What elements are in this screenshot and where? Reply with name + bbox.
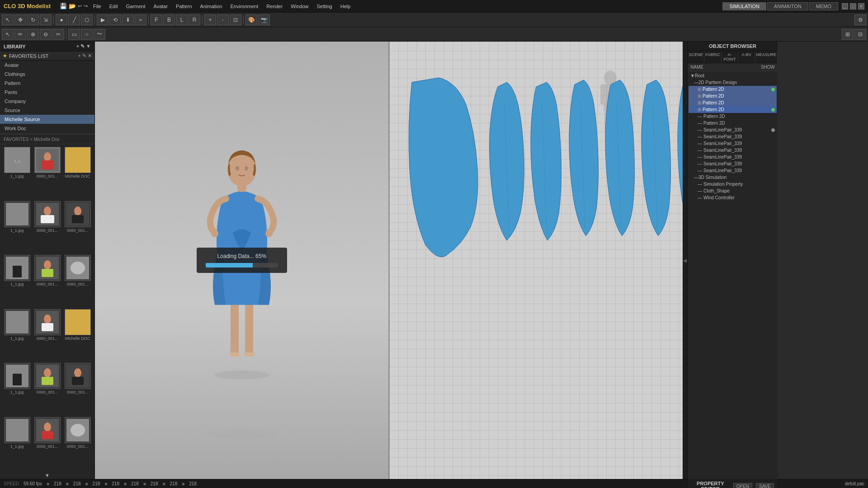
tree-seam-2[interactable]: —SeamLinePair_339	[689, 133, 777, 140]
tab-scene[interactable]: SCENE	[688, 51, 704, 63]
tb2-rect[interactable]: ▭	[68, 29, 80, 40]
list-item[interactable]: 1_1 1_1.jpg	[3, 147, 31, 199]
tb-settings[interactable]: ⚙	[854, 14, 866, 25]
list-item[interactable]: 0060_001...	[63, 255, 92, 307]
menu-pattern[interactable]: Pattern	[172, 3, 195, 10]
tb-fit[interactable]: ⊡	[230, 14, 241, 25]
tree-seam-4[interactable]: —SeamLinePair_339	[689, 147, 777, 154]
list-item[interactable]: 1_1.jpg	[3, 309, 31, 361]
tb-view-right[interactable]: R	[189, 14, 200, 25]
tb-line[interactable]: ╱	[68, 14, 80, 25]
menu-setting[interactable]: Setting	[313, 3, 335, 10]
tree-pattern2d-5[interactable]: —Pattern 2D	[689, 113, 777, 120]
list-item[interactable]: 0060_001...	[33, 147, 61, 199]
nav-pants[interactable]: Pants	[0, 88, 94, 97]
list-item[interactable]: 0060_001...	[63, 417, 92, 469]
lib-edit-icon[interactable]: ✎	[80, 43, 85, 49]
tb-simulate[interactable]: ▶	[97, 14, 108, 25]
menu-help[interactable]: Help	[337, 3, 354, 10]
list-item[interactable]: 0060_001...	[33, 363, 61, 415]
tree-pattern2d-1[interactable]: ⊞Pattern 2D	[689, 86, 777, 93]
fav-add-icon[interactable]: +	[78, 53, 81, 59]
nav-pattern[interactable]: Pattern	[0, 79, 94, 88]
nav-company[interactable]: Company	[0, 97, 94, 106]
nav-michelle-source[interactable]: Michelle Source	[0, 115, 94, 124]
list-item[interactable]: 1_1.jpg	[3, 363, 31, 415]
tb-view-left[interactable]: L	[176, 14, 188, 25]
tb2-bezier[interactable]: 〜	[94, 29, 105, 40]
show-btn[interactable]: SHOW	[761, 65, 775, 70]
tree-seam-1[interactable]: —SeamLinePair_339	[689, 127, 777, 133]
open-icon[interactable]: 📂	[69, 3, 76, 9]
menu-environment[interactable]: Environment	[227, 3, 262, 10]
tb-wind[interactable]: ≈	[135, 14, 146, 25]
menu-window[interactable]: Window	[287, 3, 312, 10]
tree-pattern2d-4[interactable]: ⊞Pattern 2D	[689, 106, 777, 113]
tb2-add-point[interactable]: ⊕	[27, 29, 39, 40]
menu-edit[interactable]: Edit	[106, 3, 122, 10]
list-item[interactable]: 1_1.jpg	[3, 201, 31, 253]
fav-delete-icon[interactable]: ✕	[88, 53, 92, 59]
tb-view-back[interactable]: B	[163, 14, 175, 25]
nav-clothings[interactable]: Clothings	[0, 70, 94, 79]
tree-3d-sim[interactable]: — 3D Simulation	[689, 174, 777, 181]
tb-zoom-out[interactable]: -	[217, 14, 229, 25]
tb2-select[interactable]: ↖	[2, 29, 14, 40]
minimize-button[interactable]: _	[842, 3, 848, 9]
save-icon[interactable]: 💾	[60, 3, 67, 9]
tb2-grid[interactable]: ⊞	[842, 29, 854, 40]
list-item[interactable]: Michelle DOC	[63, 309, 92, 361]
tb2-circle[interactable]: ○	[81, 29, 93, 40]
menu-render[interactable]: Render	[263, 3, 286, 10]
tree-pattern2d-3[interactable]: ⊞Pattern 2D	[689, 99, 777, 106]
tab-a-bv[interactable]: A-BV	[738, 51, 755, 63]
tab-animation[interactable]: ANIMAITON	[767, 2, 808, 10]
redo-icon[interactable]: ↪	[84, 3, 88, 9]
tree-pattern2d-2[interactable]: ⊞Pattern 2D	[689, 93, 777, 99]
viewport-2d[interactable]	[389, 42, 683, 479]
tb-zoom-in[interactable]: +	[204, 14, 216, 25]
tree-root[interactable]: ▼ Root	[689, 72, 777, 79]
list-item[interactable]: 0060_001...	[33, 201, 61, 253]
fav-edit-icon[interactable]: ✎	[82, 53, 86, 59]
tab-fabric[interactable]: FABRIC	[704, 51, 722, 63]
tb2-del-point[interactable]: ⊖	[40, 29, 52, 40]
lib-scroll-down[interactable]: ▼	[0, 472, 94, 479]
menu-file[interactable]: File	[90, 3, 105, 10]
list-item[interactable]: 0060_001...	[33, 309, 61, 361]
list-item[interactable]: 0060_001...	[33, 255, 61, 307]
nav-work-doc[interactable]: Work Doc	[0, 124, 94, 133]
tree-seam-3[interactable]: —SeamLinePair_339	[689, 140, 777, 147]
tb-poly[interactable]: ⬡	[81, 14, 93, 25]
tree-seam-6[interactable]: —SeamLinePair_339	[689, 160, 777, 167]
tb2-snap[interactable]: ⊟	[854, 29, 866, 40]
tree-wind-controller[interactable]: —Wind Controller	[689, 194, 777, 201]
tb-select[interactable]: ↖	[2, 14, 14, 25]
tree-sim-property[interactable]: —Simulation Property	[689, 181, 777, 188]
list-item[interactable]: 0060_001...	[63, 201, 92, 253]
list-item[interactable]: 1_1.jpg	[3, 255, 31, 307]
menu-avatar[interactable]: Avatar	[150, 3, 172, 10]
tab-simulation[interactable]: SIMULATION	[722, 2, 766, 10]
tb-scale[interactable]: ⇲	[40, 14, 52, 25]
tree-seam-7[interactable]: —SeamLinePair_339	[689, 167, 777, 174]
tb2-cut[interactable]: ✂	[52, 29, 64, 40]
list-item[interactable]: Michelle DOC	[63, 147, 92, 199]
tb-snapshot[interactable]: 📷	[258, 14, 270, 25]
tb-view-front[interactable]: F	[151, 14, 162, 25]
menu-animation[interactable]: Animation	[197, 3, 226, 10]
tree-pattern2d-6[interactable]: —Pattern 2D	[689, 120, 777, 127]
tree-2d-design[interactable]: — 2D Parttern Design	[689, 79, 777, 86]
tb-move[interactable]: ✥	[14, 14, 26, 25]
save-button[interactable]: SAVE	[756, 483, 774, 488]
lib-arrow-icon[interactable]: ▼	[86, 43, 91, 49]
tree-seam-5[interactable]: —SeamLinePair_339	[689, 154, 777, 160]
list-item[interactable]: 0060_001...	[33, 417, 61, 469]
nav-avatar[interactable]: Avatar	[0, 61, 94, 70]
tb-reset[interactable]: ⟲	[109, 14, 121, 25]
undo-icon[interactable]: ↩	[78, 3, 82, 9]
tb-gravity[interactable]: ⬇	[122, 14, 134, 25]
close-button[interactable]: ✕	[858, 3, 864, 9]
tb-render[interactable]: 🎨	[245, 14, 257, 25]
maximize-button[interactable]: □	[850, 3, 856, 9]
